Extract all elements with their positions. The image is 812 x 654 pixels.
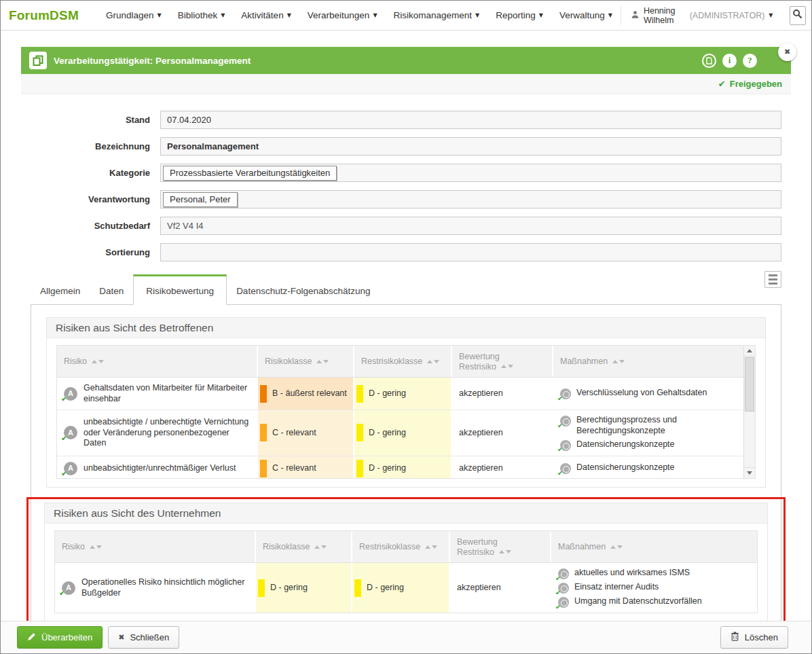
- panel-header-icons: i ?: [702, 54, 757, 68]
- column-massnahmen[interactable]: Maßnahmen: [551, 531, 757, 562]
- field-label: Kategorie: [21, 168, 160, 178]
- tab-datenschutz-folgenabschaetzung[interactable]: Datenschutz-Folgenabschätzung: [227, 286, 380, 304]
- chevron-down-icon: ▼: [373, 12, 377, 18]
- menu-aktivitaeten[interactable]: Aktivitäten▼: [233, 1, 299, 31]
- measure-icon: [560, 463, 571, 474]
- risk-color-bar: [356, 424, 363, 441]
- tab-allgemein[interactable]: Allgemein: [31, 286, 90, 304]
- user-menu[interactable]: Henning Wilhelm (ADMINISTRATOR) ▼: [621, 6, 783, 25]
- chevron-down-icon: ▼: [287, 12, 291, 18]
- table-row[interactable]: A Gehaltsdaten von Mitarbeiter für Mitar…: [57, 378, 743, 410]
- restrisikoklasse-cell: D - gering: [354, 410, 452, 455]
- risiko-cell: A unbeabsichtigter/unrechtmäßiger Verlus…: [57, 456, 258, 479]
- chevron-down-icon: ▼: [475, 12, 479, 18]
- massnahmen-cell: Verschlüsselung von Gehaltsdaten: [553, 378, 743, 410]
- risk-table-unternehmen: Risiko Risikoklasse Restrisikoklasse Bew…: [54, 530, 758, 613]
- measure-icon: [558, 568, 569, 579]
- main-menu: Grundlagen▼ Bibliothek▼ Aktivitäten▼ Ver…: [98, 1, 621, 31]
- page-title: Verarbeitungstätigkeit: Personalmanageme…: [54, 56, 251, 66]
- sort-icon: [612, 360, 625, 363]
- app-logo[interactable]: ForumDSM: [9, 8, 79, 23]
- sort-icon: [425, 545, 437, 549]
- risk-color-bar: [356, 460, 363, 477]
- restrisikoklasse-cell: D - gering: [354, 378, 452, 410]
- risk-class-badge: C - relevant: [258, 410, 353, 455]
- table-row[interactable]: A unbeabsichtigte / unberechtigte Vernic…: [57, 410, 743, 456]
- annotation-highlight-box: Risiken aus Sicht des Unternehmen Risiko…: [26, 497, 786, 621]
- footer-bar: Überarbeiten ✖ Schließen Löschen: [1, 621, 811, 653]
- search-button[interactable]: [790, 6, 806, 25]
- column-restrisikoklasse[interactable]: Restrisikoklasse: [352, 531, 450, 562]
- help-icon[interactable]: ?: [743, 54, 757, 68]
- status-badge: Freigegeben: [730, 79, 782, 89]
- verantwortung-chip: Personal, Peter: [163, 192, 238, 207]
- column-bewertung-restrisiko[interactable]: Bewertung Restrisiko: [452, 346, 553, 377]
- kategorie-field[interactable]: Prozessbasierte Verarbeitungstätigkeiten: [160, 164, 781, 182]
- table-body: A Gehaltsdaten von Mitarbeiter für Mitar…: [57, 378, 743, 478]
- panel-header: Verarbeitungstätigkeit: Personalmanageme…: [21, 47, 791, 74]
- sort-icon: [316, 360, 329, 363]
- close-icon[interactable]: ✖: [778, 43, 796, 61]
- risk-table-betroffene: Risiko Risikoklasse Restrisikoklasse Bew…: [56, 345, 756, 479]
- menu-risikomanagement[interactable]: Risikomanagement▼: [386, 1, 488, 31]
- menu-verwaltung[interactable]: Verwaltung▼: [551, 1, 621, 31]
- form-row-bezeichnung: Bezeichnung Personalmanagement: [21, 137, 781, 156]
- column-bewertung-restrisiko[interactable]: Bewertung Restrisiko: [450, 531, 551, 562]
- scroll-up-icon[interactable]: [744, 346, 755, 357]
- risk-status-icon: A: [64, 462, 77, 475]
- section-title: Risiken aus Sicht des Betroffenen: [47, 318, 765, 338]
- column-restrisikoklasse[interactable]: Restrisikoklasse: [354, 346, 452, 377]
- field-label: Verantwortung: [21, 194, 160, 204]
- menu-reporting[interactable]: Reporting▼: [487, 1, 551, 31]
- risk-color-bar: [354, 579, 361, 597]
- stand-field[interactable]: 07.04.2020: [160, 111, 781, 129]
- measure-item: Datensicherungskonzepte: [560, 462, 675, 474]
- bezeichnung-field[interactable]: Personalmanagement: [160, 137, 781, 156]
- form-row-schutzbedarf: Schutzbedarf Vf2 V4 I4: [21, 217, 781, 235]
- record-form: Stand 07.04.2020 Bezeichnung Personalman…: [21, 94, 791, 261]
- verantwortung-field[interactable]: Personal, Peter: [160, 190, 781, 208]
- layout-toggle-button[interactable]: [764, 271, 781, 288]
- massnahmen-cell: Datensicherungskonzepte: [553, 456, 743, 479]
- schutzbedarf-field[interactable]: Vf2 V4 I4: [160, 217, 781, 235]
- risk-color-bar: [260, 385, 267, 403]
- menu-grundlagen[interactable]: Grundlagen▼: [98, 1, 170, 31]
- measure-icon: [560, 440, 571, 451]
- tab-content: Risiken aus Sicht des Betroffenen Risiko…: [31, 305, 781, 621]
- column-massnahmen[interactable]: Maßnahmen: [553, 346, 743, 377]
- trash-icon: [731, 632, 739, 643]
- table-row[interactable]: A Operationelles Risiko hinsichtlich mög…: [55, 563, 757, 613]
- info-icon[interactable]: i: [722, 54, 737, 68]
- section-title: Risiken aus Sicht des Unternehmen: [45, 503, 767, 524]
- record-panel: Verarbeitungstätigkeit: Personalmanageme…: [21, 47, 791, 621]
- sortierung-field[interactable]: [160, 243, 781, 261]
- measure-item: Datensicherungskonzepte: [560, 439, 675, 451]
- scrollbar-thumb[interactable]: [745, 357, 754, 412]
- menu-bibliothek[interactable]: Bibliothek▼: [170, 1, 234, 31]
- bewertung-cell: akzeptieren: [452, 378, 553, 410]
- close-button[interactable]: ✖ Schließen: [108, 626, 179, 649]
- user-name: Henning Wilhelm: [644, 6, 686, 25]
- chevron-down-icon: ▼: [539, 12, 543, 18]
- column-risikoklasse[interactable]: Risikoklasse: [258, 346, 354, 377]
- table-scrollbar[interactable]: [743, 346, 755, 478]
- scroll-down-icon[interactable]: [744, 467, 755, 478]
- edit-button[interactable]: Überarbeiten: [17, 626, 103, 649]
- column-risikoklasse[interactable]: Risikoklasse: [256, 531, 352, 562]
- menu-verarbeitungen[interactable]: Verarbeitungen▼: [299, 1, 386, 31]
- bewertung-cell: akzeptieren: [450, 563, 551, 613]
- tab-daten[interactable]: Daten: [90, 286, 133, 304]
- risiko-cell: A Operationelles Risiko hinsichtlich mög…: [55, 563, 256, 613]
- measure-icon: [558, 597, 569, 608]
- table-row[interactable]: A unbeabsichtigter/unrechtmäßiger Verlus…: [57, 456, 743, 479]
- field-label: Sortierung: [21, 247, 160, 257]
- column-risiko[interactable]: Risiko: [55, 531, 256, 562]
- delete-button[interactable]: Löschen: [720, 626, 788, 649]
- measure-item: Verschlüsselung von Gehaltsdaten: [560, 388, 707, 399]
- section-risiken-unternehmen: Risiken aus Sicht des Unternehmen Risiko…: [44, 503, 768, 621]
- pdf-export-icon[interactable]: [702, 54, 716, 68]
- tab-risikobewertung[interactable]: Risikobewertung: [133, 274, 227, 305]
- measure-item: Einsatz interner Audits: [558, 582, 659, 594]
- massnahmen-cell: Berechtigungsprozess und Berechtigungsko…: [553, 410, 743, 455]
- column-risiko[interactable]: Risiko: [57, 346, 258, 377]
